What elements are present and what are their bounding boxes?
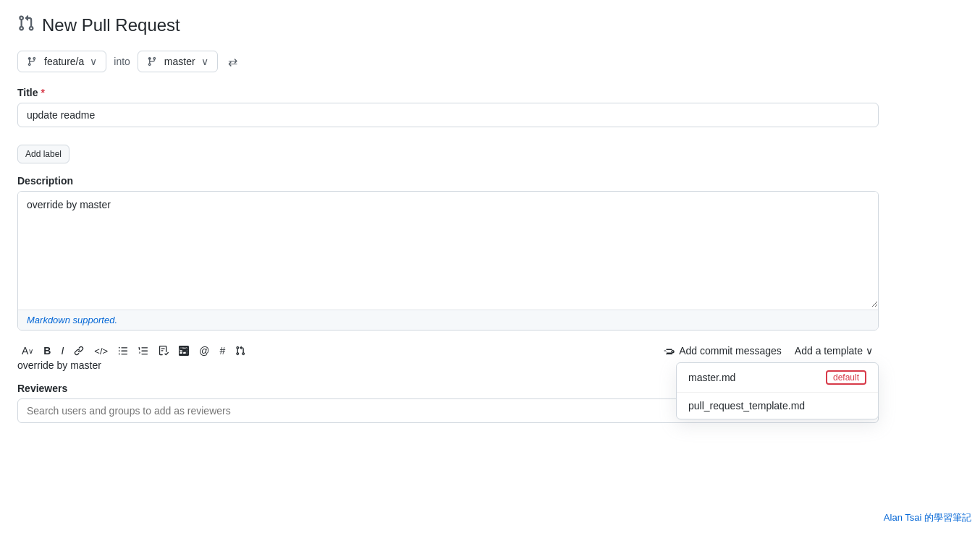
source-branch-dropdown[interactable]: feature/a ∨ <box>17 51 106 72</box>
target-branch-label: master <box>164 56 195 67</box>
page-title: New Pull Request <box>42 15 180 35</box>
toolbar-pr-ref-btn[interactable] <box>231 343 250 359</box>
template-item-master[interactable]: master.md default <box>677 363 878 393</box>
toolbar-bold-btn[interactable]: B <box>39 342 55 359</box>
markdown-footer: Markdown supported. <box>18 310 878 330</box>
branch-selector-row: feature/a ∨ into master ∨ ⇄ <box>17 51 963 72</box>
toolbar-table-btn[interactable] <box>174 343 193 359</box>
toolbar-task-list-btn[interactable] <box>154 343 173 359</box>
swap-icon: ⇄ <box>228 56 237 68</box>
pull-request-icon <box>17 14 35 36</box>
description-label: Description <box>17 175 963 187</box>
toolbar-link-btn[interactable] <box>69 343 88 359</box>
swap-branches-button[interactable]: ⇄ <box>225 52 240 72</box>
title-input[interactable] <box>17 103 879 127</box>
toolbar-hash-btn[interactable]: # <box>215 342 229 359</box>
description-section: Description override by master Markdown … <box>17 175 963 331</box>
add-commit-messages-button[interactable]: Add commit messages <box>657 342 787 359</box>
toolbar: A ∨ B I </> @ # Add commit messages <box>17 342 879 359</box>
chevron-down-icon: ∨ <box>866 345 873 357</box>
default-badge: default <box>826 370 866 385</box>
template-item-pull-request[interactable]: pull_request_template.md <box>677 393 878 419</box>
toolbar-ordered-list-btn[interactable] <box>134 343 153 359</box>
description-area-wrapper: override by master Markdown supported. <box>17 191 879 331</box>
add-template-button[interactable]: Add a template ∨ <box>789 342 879 359</box>
template-dropdown: master.md default pull_request_template.… <box>676 362 879 419</box>
into-label: into <box>114 56 130 67</box>
toolbar-heading-btn[interactable]: A ∨ <box>17 342 38 359</box>
target-branch-chevron: ∨ <box>201 56 208 67</box>
source-branch-chevron: ∨ <box>90 56 97 67</box>
toolbar-unordered-list-btn[interactable] <box>114 343 132 359</box>
title-label: Title * <box>17 87 963 98</box>
title-section: Title * <box>17 87 963 127</box>
template-name-pull-request: pull_request_template.md <box>688 400 805 412</box>
required-star: * <box>41 87 45 98</box>
target-branch-dropdown[interactable]: master ∨ <box>138 51 218 72</box>
add-label-button[interactable]: Add label <box>17 145 69 163</box>
template-btn-wrapper: Add a template ∨ master.md default pull_… <box>789 342 879 359</box>
toolbar-italic-btn[interactable]: I <box>56 342 68 359</box>
source-branch-label: feature/a <box>44 56 84 67</box>
toolbar-code-btn[interactable]: </> <box>90 343 112 359</box>
toolbar-mention-btn[interactable]: @ <box>195 342 214 359</box>
description-textarea[interactable]: override by master <box>18 192 878 307</box>
template-name-master: master.md <box>688 372 735 383</box>
page-header: New Pull Request <box>17 14 963 36</box>
toolbar-heading-group: A ∨ <box>17 342 38 359</box>
